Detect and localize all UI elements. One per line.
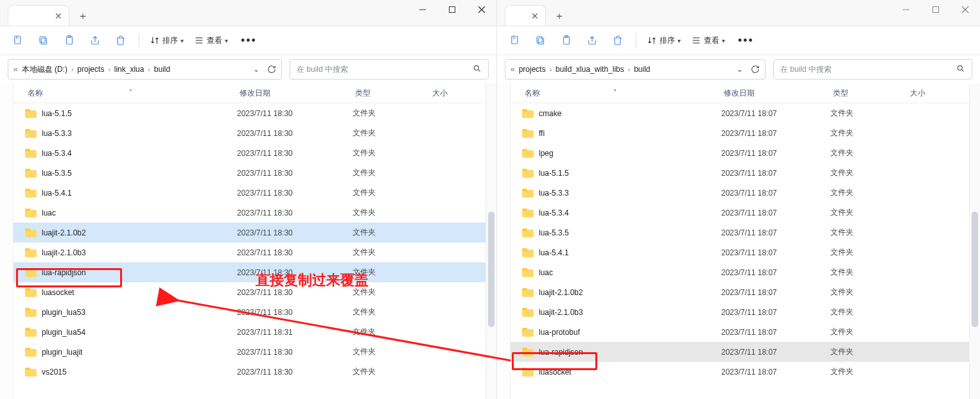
more-menu[interactable]: ••• [234, 34, 263, 47]
search-input[interactable]: 在 build 中搜索 [290, 59, 489, 80]
table-row[interactable]: ffi2023/7/11 18:07文件夹 [511, 123, 969, 143]
table-row[interactable]: cmake2023/7/11 18:07文件夹 [511, 103, 969, 123]
table-row[interactable]: luac2023/7/11 18:07文件夹 [511, 262, 969, 282]
table-row[interactable]: luajit-2.1.0b32023/7/11 18:07文件夹 [511, 302, 969, 322]
table-row[interactable]: luasocket2023/7/11 18:07文件夹 [511, 362, 969, 382]
table-row[interactable]: luajit-2.1.0b22023/7/11 18:07文件夹 [511, 282, 969, 302]
folder-icon [25, 288, 37, 297]
table-row[interactable]: lua-5.1.52023/7/11 18:07文件夹 [511, 163, 969, 183]
table-row[interactable]: luac2023/7/11 18:30文件夹 [13, 203, 486, 223]
file-type: 文件夹 [353, 307, 430, 318]
maximize-button[interactable] [437, 0, 467, 19]
sort-menu[interactable]: 排序 ▾ [643, 35, 685, 46]
col-size[interactable]: 大小 [432, 88, 486, 99]
refresh-icon[interactable] [751, 65, 760, 74]
chevron-down-icon[interactable]: ⌄ [737, 65, 743, 74]
address-bar[interactable]: « projects›build_xlua_with_libs›build ⌄ [505, 59, 766, 80]
col-date[interactable]: 修改日期 [240, 88, 355, 99]
copy-button[interactable] [32, 30, 55, 51]
col-name[interactable]: 名称 ˄ [511, 88, 724, 99]
view-menu[interactable]: 查看 ▾ [687, 35, 729, 46]
breadcrumb-segment[interactable]: projects [519, 65, 546, 74]
table-row[interactable]: plugin_lua532023/7/11 18:30文件夹 [13, 302, 486, 322]
chevron-left-icon[interactable]: « [511, 65, 515, 74]
more-menu[interactable]: ••• [731, 34, 760, 47]
breadcrumb-segment[interactable]: build_xlua_with_libs [556, 65, 624, 74]
chevron-left-icon[interactable]: « [13, 65, 18, 74]
table-row[interactable]: lua-5.3.32023/7/11 18:30文件夹 [13, 123, 486, 143]
svg-rect-5 [41, 38, 46, 44]
file-name: plugin_lua53 [42, 308, 85, 317]
new-tab-button[interactable]: ＋ [73, 6, 92, 26]
view-menu[interactable]: 查看 ▾ [190, 35, 232, 46]
sort-menu[interactable]: 排序 ▾ [146, 35, 188, 46]
close-button[interactable] [950, 0, 980, 19]
breadcrumb-segment[interactable]: 本地磁盘 (D:) [22, 64, 67, 75]
col-name[interactable]: 名称 ˄ [13, 88, 240, 99]
column-headers: 名称 ˄ 修改日期 类型 大小 [511, 83, 969, 103]
table-row[interactable]: plugin_luajit2023/7/11 18:30文件夹 [13, 342, 486, 362]
scrollbar[interactable] [970, 83, 980, 399]
new-tab-button[interactable]: ＋ [550, 6, 569, 26]
breadcrumb-segment[interactable]: build [634, 65, 650, 74]
file-type: 文件夹 [353, 287, 430, 298]
table-row[interactable]: lua-rapidjson2023/7/11 18:30文件夹 [13, 262, 486, 282]
maximize-button[interactable] [921, 0, 950, 19]
new-button[interactable] [503, 30, 527, 51]
refresh-icon[interactable] [267, 65, 276, 74]
table-row[interactable]: lua-5.3.42023/7/11 18:07文件夹 [511, 203, 969, 223]
chevron-down-icon[interactable]: ⌄ [253, 65, 259, 74]
table-row[interactable]: lua-5.4.12023/7/11 18:30文件夹 [13, 183, 486, 203]
file-date: 2023/7/11 18:30 [237, 129, 353, 138]
close-icon[interactable]: ✕ [531, 11, 539, 21]
table-row[interactable]: lua-5.3.52023/7/11 18:30文件夹 [13, 163, 486, 183]
col-type[interactable]: 类型 [833, 88, 910, 99]
share-button[interactable] [581, 30, 604, 51]
svg-rect-4 [15, 36, 21, 44]
share-button[interactable] [83, 30, 107, 51]
file-date: 2023/7/11 18:30 [237, 169, 353, 178]
table-row[interactable]: lua-5.1.52023/7/11 18:30文件夹 [13, 103, 486, 123]
window-controls [408, 0, 496, 19]
file-date: 2023/7/11 18:30 [237, 248, 353, 257]
table-row[interactable]: luasocket2023/7/11 18:30文件夹 [13, 282, 486, 302]
table-row[interactable]: luajit-2.1.0b22023/7/11 18:30文件夹 [13, 223, 486, 242]
paste-button[interactable] [58, 30, 81, 51]
scrollbar-thumb[interactable] [972, 212, 978, 327]
address-bar[interactable]: « 本地磁盘 (D:)›projects›link_xlua›build ⌄ [8, 59, 282, 80]
delete-button[interactable] [606, 30, 629, 51]
col-date[interactable]: 修改日期 [724, 88, 833, 99]
table-row[interactable]: lua-rapidjson2023/7/11 18:07文件夹 [511, 342, 969, 362]
copy-button[interactable] [529, 30, 552, 51]
table-row[interactable]: vs20152023/7/11 18:30文件夹 [13, 362, 486, 382]
scrollbar-thumb[interactable] [488, 212, 494, 327]
tab[interactable]: ✕ [505, 5, 546, 26]
paste-button[interactable] [555, 30, 578, 51]
table-row[interactable]: lpeg2023/7/11 18:07文件夹 [511, 143, 969, 163]
tab[interactable]: ✕ [8, 5, 69, 26]
folder-icon [522, 208, 534, 217]
table-row[interactable]: plugin_lua542023/7/11 18:31文件夹 [13, 322, 486, 342]
table-row[interactable]: lua-5.4.12023/7/11 18:07文件夹 [511, 242, 969, 262]
col-type[interactable]: 类型 [355, 88, 432, 99]
minimize-button[interactable] [408, 0, 437, 19]
table-row[interactable]: lua-5.3.32023/7/11 18:07文件夹 [511, 183, 969, 203]
table-row[interactable]: luajit-2.1.0b32023/7/11 18:30文件夹 [13, 242, 486, 262]
new-button[interactable] [6, 30, 30, 51]
table-row[interactable]: lua-5.3.42023/7/11 18:30文件夹 [13, 143, 486, 163]
scrollbar[interactable] [486, 83, 496, 399]
folder-icon [25, 189, 37, 198]
table-row[interactable]: lua-protobuf2023/7/11 18:07文件夹 [511, 322, 969, 342]
breadcrumb-segment[interactable]: link_xlua [114, 65, 144, 74]
table-row[interactable]: lua-5.3.52023/7/11 18:07文件夹 [511, 223, 969, 242]
file-date: 2023/7/11 18:07 [721, 169, 830, 178]
breadcrumb-segment[interactable]: projects [77, 65, 104, 74]
minimize-button[interactable] [891, 0, 921, 19]
search-input[interactable]: 在 build 中搜索 [773, 59, 972, 80]
explorer-window-left: ✕ ＋ 排序 ▾ 查看 ▾ ••• « 本地磁盘 (D:)›project [0, 0, 497, 399]
delete-button[interactable] [109, 30, 132, 51]
close-icon[interactable]: ✕ [55, 11, 62, 21]
close-button[interactable] [467, 0, 496, 19]
col-size[interactable]: 大小 [910, 88, 969, 99]
breadcrumb-segment[interactable]: build [154, 65, 170, 74]
